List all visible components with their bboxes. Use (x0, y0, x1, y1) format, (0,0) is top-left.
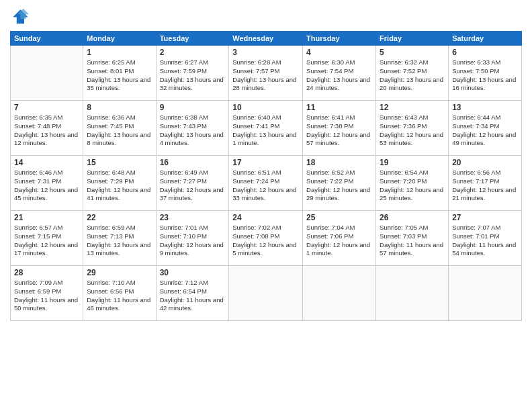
calendar-body: 1Sunrise: 6:25 AM Sunset: 8:01 PM Daylig… (11, 46, 522, 321)
calendar-cell (11, 46, 83, 101)
day-info: Sunrise: 6:56 AM Sunset: 7:17 PM Dayligh… (452, 169, 518, 203)
day-info: Sunrise: 6:44 AM Sunset: 7:34 PM Dayligh… (452, 113, 518, 148)
day-info: Sunrise: 7:02 AM Sunset: 7:08 PM Dayligh… (232, 224, 299, 258)
calendar-cell: 11Sunrise: 6:41 AM Sunset: 7:38 PM Dayli… (303, 101, 376, 156)
day-number: 11 (306, 103, 372, 112)
day-number: 25 (306, 213, 372, 222)
day-info: Sunrise: 6:32 AM Sunset: 7:52 PM Dayligh… (380, 58, 445, 93)
calendar-cell: 10Sunrise: 6:40 AM Sunset: 7:41 PM Dayli… (229, 101, 303, 156)
week-row-3: 21Sunrise: 6:57 AM Sunset: 7:15 PM Dayli… (11, 211, 522, 266)
calendar-cell: 27Sunrise: 7:07 AM Sunset: 7:01 PM Dayli… (449, 211, 522, 266)
day-info: Sunrise: 7:05 AM Sunset: 7:03 PM Dayligh… (380, 224, 445, 258)
day-number: 9 (160, 103, 226, 112)
day-info: Sunrise: 6:54 AM Sunset: 7:20 PM Dayligh… (380, 169, 445, 203)
day-number: 28 (14, 268, 79, 277)
day-number: 12 (380, 103, 445, 112)
calendar-cell: 17Sunrise: 6:51 AM Sunset: 7:24 PM Dayli… (229, 156, 303, 211)
calendar-cell: 6Sunrise: 6:33 AM Sunset: 7:50 PM Daylig… (449, 46, 522, 101)
day-number: 5 (380, 48, 445, 57)
weekday-header-saturday: Saturday (449, 32, 522, 46)
calendar-cell: 12Sunrise: 6:43 AM Sunset: 7:36 PM Dayli… (376, 101, 449, 156)
calendar-cell: 25Sunrise: 7:04 AM Sunset: 7:06 PM Dayli… (303, 211, 376, 266)
calendar-cell: 5Sunrise: 6:32 AM Sunset: 7:52 PM Daylig… (376, 46, 449, 101)
day-number: 21 (14, 213, 79, 222)
calendar-cell (303, 266, 376, 321)
day-number: 8 (87, 103, 152, 112)
calendar-header: SundayMondayTuesdayWednesdayThursdayFrid… (11, 32, 522, 46)
day-info: Sunrise: 6:43 AM Sunset: 7:36 PM Dayligh… (380, 113, 445, 148)
day-number: 15 (87, 158, 152, 167)
calendar-cell: 3Sunrise: 6:28 AM Sunset: 7:57 PM Daylig… (229, 46, 303, 101)
logo-icon (10, 7, 29, 26)
page: SundayMondayTuesdayWednesdayThursdayFrid… (0, 0, 532, 411)
day-number: 23 (160, 213, 226, 222)
calendar-table: SundayMondayTuesdayWednesdayThursdayFrid… (10, 31, 522, 321)
day-number: 2 (160, 48, 226, 57)
calendar-cell: 18Sunrise: 6:52 AM Sunset: 7:22 PM Dayli… (303, 156, 376, 211)
day-info: Sunrise: 6:40 AM Sunset: 7:41 PM Dayligh… (232, 113, 299, 148)
weekday-header-row: SundayMondayTuesdayWednesdayThursdayFrid… (11, 32, 522, 46)
day-number: 24 (232, 213, 299, 222)
week-row-2: 14Sunrise: 6:46 AM Sunset: 7:31 PM Dayli… (11, 156, 522, 211)
calendar-cell: 15Sunrise: 6:48 AM Sunset: 7:29 PM Dayli… (83, 156, 156, 211)
calendar-cell: 22Sunrise: 6:59 AM Sunset: 7:13 PM Dayli… (83, 211, 156, 266)
calendar-cell: 16Sunrise: 6:49 AM Sunset: 7:27 PM Dayli… (156, 156, 229, 211)
day-number: 4 (306, 48, 372, 57)
calendar-cell: 7Sunrise: 6:35 AM Sunset: 7:48 PM Daylig… (11, 101, 83, 156)
day-info: Sunrise: 6:51 AM Sunset: 7:24 PM Dayligh… (232, 169, 299, 203)
day-number: 16 (160, 158, 226, 167)
weekday-header-thursday: Thursday (303, 32, 376, 46)
calendar-cell: 26Sunrise: 7:05 AM Sunset: 7:03 PM Dayli… (376, 211, 449, 266)
day-number: 13 (452, 103, 518, 112)
calendar-cell: 8Sunrise: 6:36 AM Sunset: 7:45 PM Daylig… (83, 101, 156, 156)
week-row-0: 1Sunrise: 6:25 AM Sunset: 8:01 PM Daylig… (11, 46, 522, 101)
calendar-cell: 21Sunrise: 6:57 AM Sunset: 7:15 PM Dayli… (11, 211, 83, 266)
week-row-1: 7Sunrise: 6:35 AM Sunset: 7:48 PM Daylig… (11, 101, 522, 156)
day-info: Sunrise: 6:36 AM Sunset: 7:45 PM Dayligh… (87, 113, 152, 148)
day-number: 1 (87, 48, 152, 57)
day-info: Sunrise: 6:46 AM Sunset: 7:31 PM Dayligh… (14, 169, 79, 203)
calendar-cell: 20Sunrise: 6:56 AM Sunset: 7:17 PM Dayli… (449, 156, 522, 211)
day-info: Sunrise: 6:30 AM Sunset: 7:54 PM Dayligh… (306, 58, 372, 93)
day-info: Sunrise: 7:12 AM Sunset: 6:54 PM Dayligh… (160, 279, 226, 313)
day-info: Sunrise: 7:04 AM Sunset: 7:06 PM Dayligh… (306, 224, 372, 258)
calendar-cell (449, 266, 522, 321)
day-info: Sunrise: 6:33 AM Sunset: 7:50 PM Dayligh… (452, 58, 518, 93)
day-info: Sunrise: 7:10 AM Sunset: 6:56 PM Dayligh… (87, 279, 152, 313)
day-number: 6 (452, 48, 518, 57)
calendar-cell: 13Sunrise: 6:44 AM Sunset: 7:34 PM Dayli… (449, 101, 522, 156)
calendar-cell: 28Sunrise: 7:09 AM Sunset: 6:59 PM Dayli… (11, 266, 83, 321)
calendar-cell (376, 266, 449, 321)
day-number: 7 (14, 103, 79, 112)
day-info: Sunrise: 6:57 AM Sunset: 7:15 PM Dayligh… (14, 224, 79, 258)
day-number: 26 (380, 213, 445, 222)
day-number: 19 (380, 158, 445, 167)
weekday-header-sunday: Sunday (11, 32, 83, 46)
day-number: 17 (232, 158, 299, 167)
weekday-header-tuesday: Tuesday (156, 32, 229, 46)
day-info: Sunrise: 6:52 AM Sunset: 7:22 PM Dayligh… (306, 169, 372, 203)
day-number: 22 (87, 213, 152, 222)
calendar-cell: 19Sunrise: 6:54 AM Sunset: 7:20 PM Dayli… (376, 156, 449, 211)
calendar-cell: 4Sunrise: 6:30 AM Sunset: 7:54 PM Daylig… (303, 46, 376, 101)
calendar-cell: 24Sunrise: 7:02 AM Sunset: 7:08 PM Dayli… (229, 211, 303, 266)
weekday-header-monday: Monday (83, 32, 156, 46)
day-info: Sunrise: 6:41 AM Sunset: 7:38 PM Dayligh… (306, 113, 372, 148)
day-number: 30 (160, 268, 226, 277)
day-number: 3 (232, 48, 299, 57)
day-info: Sunrise: 7:09 AM Sunset: 6:59 PM Dayligh… (14, 279, 79, 313)
day-info: Sunrise: 6:49 AM Sunset: 7:27 PM Dayligh… (160, 169, 226, 203)
day-info: Sunrise: 7:01 AM Sunset: 7:10 PM Dayligh… (160, 224, 226, 258)
day-info: Sunrise: 7:07 AM Sunset: 7:01 PM Dayligh… (452, 224, 518, 258)
calendar-cell: 1Sunrise: 6:25 AM Sunset: 8:01 PM Daylig… (83, 46, 156, 101)
day-info: Sunrise: 6:38 AM Sunset: 7:43 PM Dayligh… (160, 113, 226, 148)
day-number: 27 (452, 213, 518, 222)
weekday-header-friday: Friday (376, 32, 449, 46)
calendar-cell: 9Sunrise: 6:38 AM Sunset: 7:43 PM Daylig… (156, 101, 229, 156)
calendar-cell (229, 266, 303, 321)
calendar-cell: 2Sunrise: 6:27 AM Sunset: 7:59 PM Daylig… (156, 46, 229, 101)
calendar-cell: 29Sunrise: 7:10 AM Sunset: 6:56 PM Dayli… (83, 266, 156, 321)
day-info: Sunrise: 6:48 AM Sunset: 7:29 PM Dayligh… (87, 169, 152, 203)
header (10, 7, 522, 26)
day-number: 29 (87, 268, 152, 277)
